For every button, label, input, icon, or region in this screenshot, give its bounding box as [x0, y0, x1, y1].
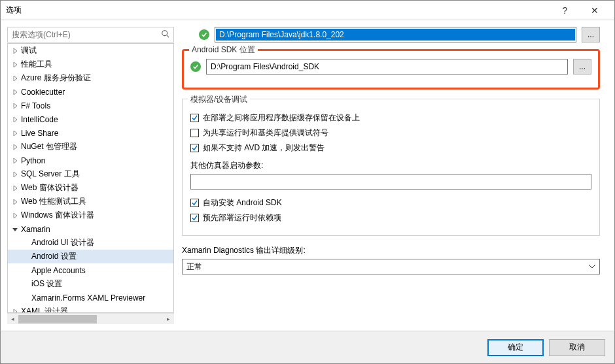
- tree-arrow-spacer: [21, 239, 30, 248]
- checkbox-icon[interactable]: [190, 214, 199, 222]
- chevron-right-icon[interactable]: [10, 307, 20, 314]
- tree-item[interactable]: 性能工具: [8, 58, 173, 71]
- jdk-browse-button[interactable]: ...: [582, 27, 600, 42]
- jdk-path-input[interactable]: [215, 27, 576, 42]
- tree-item[interactable]: Web 窗体设计器: [8, 181, 173, 195]
- chevron-right-icon[interactable]: [10, 197, 20, 207]
- check-circle-icon: [199, 29, 209, 40]
- chevron-right-icon[interactable]: [10, 129, 20, 138]
- tree-item[interactable]: 调试: [8, 44, 173, 58]
- chevron-right-icon[interactable]: [10, 184, 20, 193]
- tree-item[interactable]: Apple Accounts: [8, 263, 173, 277]
- field-label: Xamarin Diagnostics 输出详细级别:: [182, 245, 600, 256]
- chevron-right-icon[interactable]: [10, 156, 20, 165]
- chevron-right-icon[interactable]: [10, 115, 20, 124]
- options-tree[interactable]: 调试性能工具Azure 服务身份验证CookiecutterF# ToolsIn…: [7, 43, 174, 313]
- tree-item[interactable]: XAML 设计器: [8, 305, 173, 313]
- sidebar: 调试性能工具Azure 服务身份验证CookiecutterF# ToolsIn…: [7, 27, 174, 324]
- emulator-params-input[interactable]: [190, 174, 591, 190]
- tree-h-scrollbar[interactable]: ◂ ▸: [7, 313, 174, 324]
- tree-item-label: Python: [21, 156, 45, 165]
- check-circle-icon: [190, 61, 201, 72]
- tree-item-label: SQL Server 工具: [21, 169, 80, 180]
- checkbox-row[interactable]: 预先部署运行时依赖项: [190, 212, 591, 223]
- checkbox-label: 为共享运行时和基类库提供调试符号: [203, 127, 328, 139]
- checkbox-row[interactable]: 为共享运行时和基类库提供调试符号: [190, 127, 591, 139]
- checkbox-icon[interactable]: [190, 199, 199, 207]
- chevron-right-icon[interactable]: [10, 142, 20, 152]
- tree-item[interactable]: IntelliCode: [8, 112, 173, 126]
- tree-arrow-spacer: [21, 293, 30, 303]
- checkbox-label: 如果不支持 AVD 加速，则发出警告: [203, 142, 325, 154]
- tree-item[interactable]: Web 性能测试工具: [8, 195, 173, 208]
- titlebar: 选项 ? ✕: [1, 1, 614, 20]
- scroll-right-button[interactable]: ▸: [163, 314, 174, 325]
- tree-item[interactable]: F# Tools: [8, 99, 173, 112]
- sdk-row: ...: [190, 59, 591, 74]
- group-label: 模拟器/设备调试: [188, 94, 250, 105]
- checkbox-label: 预先部署运行时依赖项: [203, 212, 281, 223]
- tree-item[interactable]: Cookiecutter: [8, 85, 173, 99]
- tree-item[interactable]: Windows 窗体设计器: [8, 208, 173, 222]
- tree-arrow-spacer: [21, 280, 30, 289]
- tree-item[interactable]: Android UI 设计器: [8, 236, 173, 250]
- jdk-row: ...: [182, 27, 600, 42]
- checkbox-label: 在部署之间将应用程序数据缓存保留在设备上: [203, 112, 360, 124]
- ellipsis-label: ...: [579, 62, 586, 71]
- scroll-thumb[interactable]: [18, 315, 97, 323]
- tree-arrow-spacer: [21, 252, 30, 261]
- close-icon: ✕: [591, 5, 599, 16]
- tree-item[interactable]: Android 设置: [8, 250, 173, 263]
- tree-item[interactable]: Azure 服务身份验证: [8, 71, 173, 85]
- chevron-right-icon[interactable]: [10, 60, 20, 69]
- chevron-down-icon[interactable]: [10, 225, 20, 234]
- chevron-right-icon[interactable]: [10, 88, 20, 97]
- chevron-right-icon[interactable]: [10, 170, 20, 179]
- options-dialog: 选项 ? ✕ 调试性能工具Azure 服务身份验证CookiecutterF# …: [0, 0, 615, 364]
- chevron-right-icon[interactable]: [10, 46, 20, 56]
- sdk-path-input[interactable]: [206, 59, 568, 74]
- search-input[interactable]: [7, 27, 174, 42]
- group-label: Android SDK 位置: [189, 44, 258, 56]
- tree-item-label: Web 性能测试工具: [21, 196, 86, 207]
- button-label: 取消: [569, 342, 585, 353]
- checkbox-row[interactable]: 自动安装 Android SDK: [190, 197, 591, 208]
- scroll-left-button[interactable]: ◂: [7, 314, 18, 325]
- chevron-right-icon[interactable]: [10, 101, 20, 110]
- checkbox-icon[interactable]: [190, 144, 199, 152]
- tree-item[interactable]: NuGet 包管理器: [8, 140, 173, 154]
- diagnostics-verbosity-dropdown[interactable]: 正常: [182, 259, 600, 274]
- search-wrap: [7, 27, 174, 42]
- tree-item-label: Xamarin: [21, 225, 50, 234]
- checkbox-icon[interactable]: [190, 114, 199, 122]
- debug-group: 模拟器/设备调试 在部署之间将应用程序数据缓存保留在设备上 为共享运行时和基类库…: [182, 99, 600, 236]
- tree-item[interactable]: iOS 设置: [8, 277, 173, 291]
- sdk-browse-button[interactable]: ...: [573, 59, 591, 74]
- tree-item-label: XAML 设计器: [21, 306, 68, 313]
- tree-item[interactable]: Xamarin: [8, 222, 173, 236]
- ellipsis-label: ...: [588, 30, 594, 39]
- tree-item[interactable]: Python: [8, 154, 173, 167]
- close-button[interactable]: ✕: [580, 1, 609, 20]
- window-title: 选项: [6, 5, 550, 16]
- tree-item[interactable]: Live Share: [8, 126, 173, 140]
- tree-item[interactable]: Xamarin.Forms XAML Previewer: [8, 291, 173, 305]
- tree-item[interactable]: SQL Server 工具: [8, 167, 173, 181]
- tree-arrow-spacer: [21, 266, 30, 275]
- checkbox-row[interactable]: 如果不支持 AVD 加速，则发出警告: [190, 142, 591, 154]
- tree-item-label: Windows 窗体设计器: [21, 210, 94, 221]
- chevron-right-icon[interactable]: [10, 211, 20, 220]
- tree-item-label: 调试: [21, 45, 37, 56]
- help-button[interactable]: ?: [550, 1, 580, 20]
- chevron-right-icon[interactable]: [10, 74, 20, 83]
- cancel-button[interactable]: 取消: [549, 339, 605, 356]
- field-label: 其他仿真器启动参数:: [190, 160, 591, 171]
- scroll-track[interactable]: [18, 314, 163, 325]
- ok-button[interactable]: 确定: [487, 339, 544, 356]
- checkbox-label: 自动安装 Android SDK: [203, 197, 282, 208]
- tree-item-label: Cookiecutter: [21, 88, 65, 97]
- tree-item-label: Android UI 设计器: [31, 237, 94, 248]
- content-panel: ... Android SDK 位置 ... 模拟器/设备调试 在部署之间将应用…: [174, 27, 608, 324]
- checkbox-row[interactable]: 在部署之间将应用程序数据缓存保留在设备上: [190, 112, 591, 124]
- checkbox-icon[interactable]: [190, 129, 199, 137]
